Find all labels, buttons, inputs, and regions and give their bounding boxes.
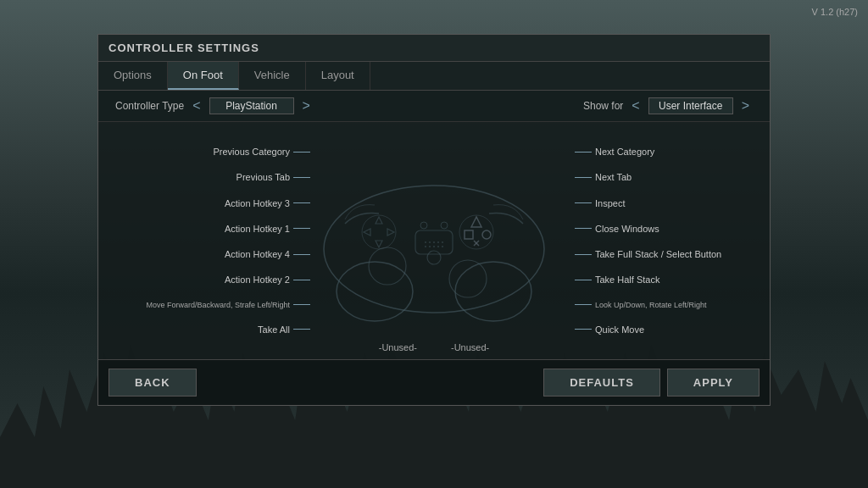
svg-point-29 bbox=[441, 222, 448, 229]
svg-point-19 bbox=[425, 246, 426, 247]
label-move-strafe: Move Forward/Backward, Strafe Left/Right bbox=[107, 301, 310, 309]
tab-options[interactable]: Options bbox=[98, 62, 168, 90]
label-previous-category: Previous Category bbox=[107, 147, 310, 157]
svg-point-15 bbox=[429, 241, 431, 243]
svg-point-20 bbox=[429, 246, 431, 247]
action-buttons: DEFAULTS APPLY bbox=[543, 369, 760, 396]
svg-point-2 bbox=[455, 262, 531, 321]
controller-layout-area: Previous Category Previous Tab Action Ho… bbox=[98, 122, 770, 359]
label-line bbox=[293, 329, 310, 330]
svg-point-13 bbox=[427, 251, 441, 264]
label-action-hotkey-4: Action Hotkey 4 bbox=[107, 249, 310, 259]
apply-button[interactable]: APPLY bbox=[667, 369, 760, 396]
label-line bbox=[575, 152, 592, 152]
label-line bbox=[575, 254, 592, 255]
label-line bbox=[575, 202, 592, 203]
label-next-tab: Next Tab bbox=[575, 172, 761, 182]
controller-type-value: PlayStation bbox=[209, 97, 294, 114]
label-take-half-stack: Take Half Stack bbox=[575, 274, 761, 285]
label-line bbox=[575, 228, 592, 229]
svg-marker-24 bbox=[376, 217, 382, 224]
label-line bbox=[575, 329, 592, 330]
tab-on-foot[interactable]: On Foot bbox=[168, 62, 239, 90]
svg-marker-26 bbox=[364, 229, 370, 236]
back-button[interactable]: BACK bbox=[108, 369, 197, 396]
label-unused-right: -Unused- bbox=[451, 342, 489, 352]
svg-point-17 bbox=[437, 241, 439, 243]
defaults-button[interactable]: DEFAULTS bbox=[543, 369, 660, 396]
controller-options-row: Controller Type < PlayStation > Show for… bbox=[98, 91, 770, 122]
label-line bbox=[293, 152, 310, 152]
label-inspect: Inspect bbox=[575, 198, 761, 208]
version-label: V 1.2 (h27) bbox=[812, 7, 858, 17]
footer-bar: BACK DEFAULTS APPLY bbox=[98, 359, 770, 405]
svg-point-5 bbox=[362, 215, 396, 249]
svg-point-23 bbox=[442, 246, 443, 247]
show-for-group: Show for < User Interface > bbox=[583, 97, 753, 114]
svg-rect-8 bbox=[465, 230, 473, 239]
settings-panel: CONTROLLER SETTINGS Options On Foot Vehi… bbox=[97, 34, 771, 406]
label-take-full-stack: Take Full Stack / Select Button bbox=[575, 249, 761, 259]
svg-marker-27 bbox=[387, 229, 394, 236]
show-for-value: User Interface bbox=[648, 97, 733, 114]
label-next-category: Next Category bbox=[575, 147, 761, 157]
svg-marker-7 bbox=[471, 217, 481, 227]
tabs-bar: Options On Foot Vehicle Layout bbox=[98, 62, 770, 91]
label-line bbox=[575, 177, 592, 178]
right-labels: Next Category Next Tab Inspect Close Win… bbox=[575, 122, 761, 359]
svg-point-21 bbox=[433, 246, 435, 247]
svg-point-3 bbox=[369, 247, 406, 285]
label-look-rotate: Look Up/Down, Rotate Left/Right bbox=[575, 301, 761, 309]
tab-layout[interactable]: Layout bbox=[306, 62, 370, 90]
controller-diagram bbox=[298, 156, 570, 325]
svg-point-1 bbox=[337, 262, 413, 321]
label-close-windows: Close Windows bbox=[575, 224, 761, 234]
controller-type-right-arrow[interactable]: > bbox=[299, 98, 314, 114]
show-for-right-arrow[interactable]: > bbox=[738, 98, 753, 114]
left-labels: Previous Category Previous Tab Action Ho… bbox=[107, 122, 310, 359]
svg-point-9 bbox=[482, 230, 491, 239]
label-quick-move: Quick Move bbox=[575, 324, 761, 335]
svg-point-22 bbox=[437, 246, 439, 247]
svg-point-0 bbox=[324, 186, 544, 313]
controller-type-group: Controller Type < PlayStation > bbox=[115, 97, 314, 114]
label-line bbox=[575, 304, 592, 305]
svg-point-14 bbox=[425, 241, 426, 243]
svg-point-4 bbox=[449, 260, 487, 297]
label-action-hotkey-1: Action Hotkey 1 bbox=[107, 224, 310, 234]
controller-type-left-arrow[interactable]: < bbox=[189, 98, 203, 114]
controller-type-label: Controller Type bbox=[115, 100, 184, 112]
label-line bbox=[575, 280, 592, 280]
show-for-left-arrow[interactable]: < bbox=[628, 98, 643, 114]
label-previous-tab: Previous Tab bbox=[107, 172, 310, 182]
svg-marker-25 bbox=[376, 241, 382, 247]
svg-point-18 bbox=[442, 241, 443, 243]
label-take-all: Take All bbox=[107, 324, 310, 335]
label-action-hotkey-2: Action Hotkey 2 bbox=[107, 274, 310, 285]
show-for-label: Show for bbox=[583, 100, 623, 112]
tab-vehicle[interactable]: Vehicle bbox=[239, 62, 306, 90]
panel-title: CONTROLLER SETTINGS bbox=[98, 35, 770, 62]
svg-point-28 bbox=[420, 222, 427, 229]
label-unused-left: -Unused- bbox=[379, 342, 417, 352]
svg-point-16 bbox=[433, 241, 435, 243]
bottom-labels: -Unused- -Unused- bbox=[379, 342, 490, 352]
label-action-hotkey-3: Action Hotkey 3 bbox=[107, 198, 310, 208]
